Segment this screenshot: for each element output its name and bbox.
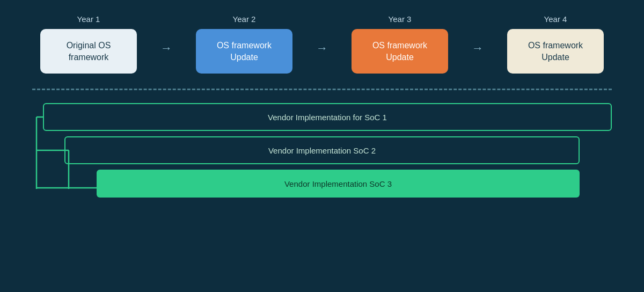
vendor-label-soc2: Vendor Implementation SoC 2: [268, 146, 376, 155]
year-col-4: Year 4 OS frameworkUpdate: [499, 14, 612, 74]
diagram-container: Year 1 Original OSframework → Year 2 OS …: [21, 14, 623, 278]
year-col-3: Year 3 OS frameworkUpdate: [343, 14, 456, 74]
vendor-row-soc2: Vendor Implementation SoC 2: [32, 136, 612, 164]
arrow-1: →: [160, 41, 172, 55]
year-col-2: Year 2 OS frameworkUpdate: [188, 14, 301, 74]
year-label-1: Year 1: [77, 14, 100, 24]
vendor-row-soc1: Vendor Implementation for SoC 1: [32, 103, 612, 131]
vendor-bar-soc2: Vendor Implementation SoC 2: [64, 136, 580, 164]
dashed-divider: [32, 89, 612, 90]
framework-box-1: Original OSframework: [40, 29, 137, 74]
vendor-section: Vendor Implementation for SoC 1 Vendor I…: [21, 103, 623, 198]
framework-box-3: OS frameworkUpdate: [352, 29, 448, 74]
year-label-4: Year 4: [544, 14, 567, 24]
framework-box-2: OS frameworkUpdate: [196, 29, 292, 74]
vendor-bar-soc1: Vendor Implementation for SoC 1: [43, 103, 612, 131]
arrow-3: →: [472, 41, 484, 55]
vendor-label-soc3: Vendor Implementation SoC 3: [284, 179, 392, 188]
vendor-label-soc1: Vendor Implementation for SoC 1: [268, 113, 387, 122]
year-col-1: Year 1 Original OSframework: [32, 14, 145, 74]
vendor-row-soc3: Vendor Implementation SoC 3: [32, 170, 612, 198]
arrow-2: →: [316, 41, 328, 55]
vendor-bar-soc3: Vendor Implementation SoC 3: [97, 170, 580, 198]
framework-box-4: OS frameworkUpdate: [507, 29, 604, 74]
year-label-3: Year 3: [389, 14, 412, 24]
timeline-row: Year 1 Original OSframework → Year 2 OS …: [21, 14, 623, 74]
year-label-2: Year 2: [233, 14, 256, 24]
